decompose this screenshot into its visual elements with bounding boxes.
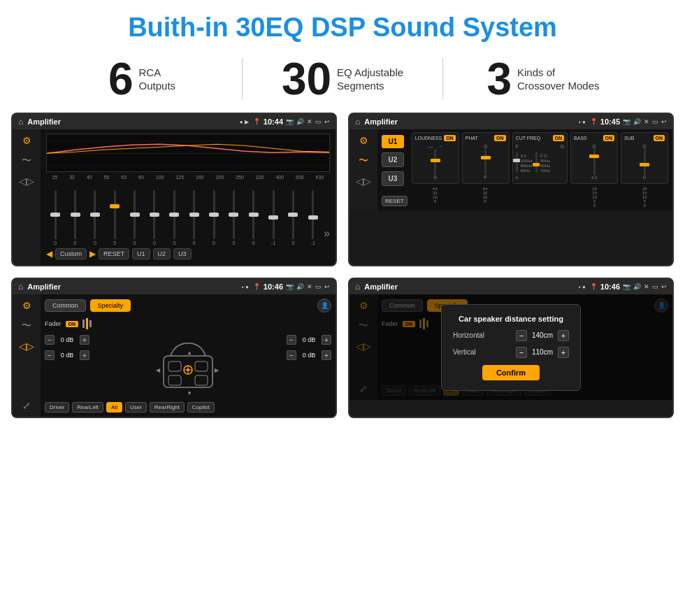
- u1-btn[interactable]: U1: [132, 248, 150, 259]
- fader-row: Fader ON: [45, 318, 331, 329]
- home-icon[interactable]: ⌂: [18, 117, 23, 127]
- speaker-time: 10:46: [264, 282, 283, 291]
- screen-speaker: ⌂ Amplifier ▪ ● 📍 10:46 📷 🔊 ✕ ▭ ↩ ⚙ 〜 ◁▷…: [11, 278, 337, 418]
- screen-eq: ⌂ Amplifier ● ▶ 📍 10:44 📷 🔊 ✕ ▭ ↩ ⚙ 〜 ◁▷: [11, 113, 337, 266]
- eq-slider-6[interactable]: 0: [145, 190, 164, 245]
- speaker-status-icons: 📍 10:46 📷 🔊 ✕ ▭ ↩: [253, 282, 330, 291]
- camera-icon-4: 📷: [623, 283, 630, 290]
- preset-u3[interactable]: U3: [382, 171, 404, 186]
- speaker-vol-icon[interactable]: ◁▷: [19, 341, 34, 352]
- stat-rca: 6 RCA Outputs: [42, 57, 242, 101]
- speaker-expand-icon[interactable]: ⤢: [22, 400, 31, 411]
- db3-minus[interactable]: −: [287, 335, 296, 345]
- eq-filter-icon[interactable]: ⚙: [22, 135, 31, 146]
- volume-icon-3: 🔊: [296, 283, 304, 290]
- db1-plus[interactable]: +: [80, 335, 89, 345]
- home-icon-2[interactable]: ⌂: [355, 117, 360, 127]
- page-title: Buith-in 30EQ DSP Sound System: [0, 0, 685, 50]
- eq-slider-5[interactable]: 0: [125, 190, 143, 245]
- channel-sub: SUB ON G 0: [621, 132, 668, 184]
- eq-slider-13[interactable]: 0: [284, 190, 302, 245]
- close-icon-2: ✕: [644, 118, 649, 125]
- camera-icon-2: 📷: [623, 118, 630, 125]
- speaker-wave-icon[interactable]: 〜: [22, 320, 31, 332]
- crossover-reset-btn[interactable]: RESET: [382, 196, 408, 206]
- speaker-sidebar: ⚙ 〜 ◁▷ ⤢: [13, 294, 41, 417]
- crossover-main: U1 U2 U3 RESET LOUDNESS ON: [377, 129, 672, 210]
- minimize-icon: ▭: [315, 118, 322, 125]
- eq-slider-4[interactable]: 5: [106, 190, 124, 245]
- all-btn[interactable]: All: [106, 402, 122, 413]
- db4-plus[interactable]: +: [322, 350, 331, 360]
- cutfreq-on[interactable]: ON: [553, 135, 565, 141]
- custom-btn[interactable]: Custom: [55, 248, 87, 259]
- eq-bottom-bar: ◀ Custom ▶ RESET U1 U2 U3: [46, 245, 330, 261]
- phat-on[interactable]: ON: [494, 135, 506, 141]
- db2-plus[interactable]: +: [80, 350, 89, 360]
- u3-btn[interactable]: U3: [173, 248, 192, 259]
- eq-wave-icon[interactable]: 〜: [22, 155, 31, 167]
- location-icon-3: 📍: [253, 283, 261, 290]
- speaker-diagram-area: − 0 dB + − 0 dB +: [45, 335, 331, 398]
- home-icon-3[interactable]: ⌂: [18, 282, 23, 292]
- eq-slider-3[interactable]: 0: [86, 190, 104, 245]
- driver-btn[interactable]: Driver: [45, 402, 69, 413]
- crossover-speaker-icon[interactable]: ◁▷: [356, 176, 371, 187]
- copilot-btn[interactable]: Copilot: [187, 402, 215, 413]
- stat-rca-number: 6: [108, 57, 134, 101]
- loudness-on[interactable]: ON: [444, 135, 456, 141]
- stat-eq-number: 30: [282, 57, 331, 101]
- confirm-button[interactable]: Confirm: [482, 365, 540, 380]
- speaker-right-controls: − 0 dB + − 0 dB +: [287, 335, 331, 360]
- eq-expand-icon[interactable]: »: [324, 227, 330, 245]
- rearright-btn[interactable]: RearRight: [150, 402, 185, 413]
- sub-on[interactable]: ON: [654, 135, 665, 141]
- eq-slider-2[interactable]: 0: [66, 190, 84, 245]
- reset-btn[interactable]: RESET: [99, 248, 129, 259]
- user-btn[interactable]: User: [125, 402, 147, 413]
- dialog-vertical-row: Vertical − 110cm +: [453, 347, 569, 358]
- crossover-channels: LOUDNESS ON —~ 0: [412, 132, 668, 208]
- home-icon-4[interactable]: ⌂: [355, 282, 360, 292]
- play-icon[interactable]: ▶: [89, 249, 96, 259]
- preset-u1[interactable]: U1: [382, 135, 404, 148]
- horizontal-controls: − 140cm +: [516, 330, 569, 341]
- eq-slider-11[interactable]: 0: [245, 190, 263, 245]
- db4-value: 0 dB: [299, 352, 319, 359]
- crossover-filter-icon[interactable]: ⚙: [359, 135, 368, 146]
- rearleft-btn[interactable]: RearLeft: [72, 402, 103, 413]
- db2-minus[interactable]: −: [45, 350, 55, 360]
- eq-slider-10[interactable]: 0: [224, 190, 243, 245]
- svg-text:▼: ▼: [187, 390, 192, 396]
- eq-slider-1[interactable]: 0: [46, 190, 64, 245]
- eq-speaker-icon[interactable]: ◁▷: [19, 176, 34, 187]
- fader-on-badge[interactable]: ON: [66, 321, 79, 327]
- db4-minus[interactable]: −: [287, 350, 296, 360]
- channel-loudness: LOUDNESS ON —~ 0: [412, 132, 459, 184]
- vertical-minus[interactable]: −: [516, 347, 527, 358]
- horizontal-plus[interactable]: +: [558, 330, 569, 341]
- speaker-filter-icon[interactable]: ⚙: [22, 300, 31, 311]
- prev-icon[interactable]: ◀: [46, 249, 52, 259]
- channel-row-1: LOUDNESS ON —~ 0: [412, 132, 668, 184]
- u2-btn[interactable]: U2: [153, 248, 171, 259]
- car-diagram: ▲ ▼ ◀ ▶: [94, 335, 282, 398]
- tab-common[interactable]: Common: [45, 299, 86, 312]
- eq-slider-8[interactable]: 0: [185, 190, 203, 245]
- tab-specialty[interactable]: Specialty: [90, 299, 131, 312]
- preset-u2[interactable]: U2: [382, 152, 404, 167]
- eq-slider-7[interactable]: 0: [165, 190, 183, 245]
- db3-plus[interactable]: +: [322, 335, 331, 345]
- db3-value: 0 dB: [299, 336, 319, 343]
- vertical-plus[interactable]: +: [558, 347, 569, 358]
- eq-slider-12[interactable]: -1: [264, 190, 282, 245]
- screen-crossover: ⌂ Amplifier ▪ ● 📍 10:45 📷 🔊 ✕ ▭ ↩ ⚙ 〜 ◁▷: [348, 113, 674, 266]
- horizontal-minus[interactable]: −: [516, 330, 527, 341]
- bass-on[interactable]: ON: [603, 135, 615, 141]
- db1-minus[interactable]: −: [45, 335, 55, 345]
- dialog-title: Car speaker distance setting: [453, 315, 569, 323]
- crossover-wave-icon[interactable]: 〜: [359, 155, 368, 167]
- eq-slider-9[interactable]: 0: [205, 190, 223, 245]
- stat-rca-label: RCA Outputs: [139, 66, 176, 93]
- eq-slider-14[interactable]: -1: [304, 190, 322, 245]
